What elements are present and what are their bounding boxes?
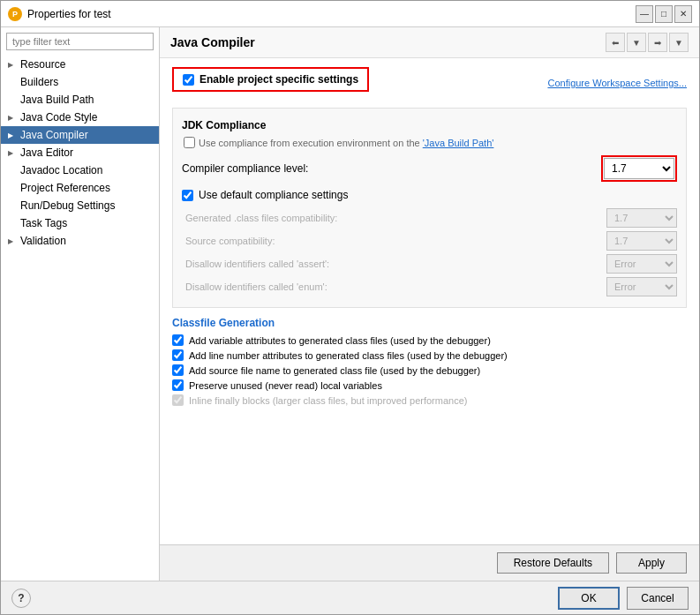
use-compliance-row: Use compliance from execution environmen… (182, 137, 677, 148)
sidebar: ▶ Resource Builders Java Build Path ▶ Ja… (1, 27, 160, 581)
generated-files-row: Generated .class files compatibility: 1.… (182, 208, 677, 228)
check4-label[interactable]: Preserve unused (never read) local varia… (189, 380, 382, 391)
sidebar-item-java-build-path[interactable]: Java Build Path (1, 91, 159, 109)
compliance-text-label: Use compliance from execution environmen… (199, 138, 423, 148)
source-compat-dropdown: 1.7 (606, 231, 677, 251)
configure-workspace-link[interactable]: Configure Workspace Settings... (547, 78, 687, 88)
compiler-compliance-row: Compiler compliance level: 1.7 1.6 1.5 (182, 155, 677, 182)
disallow-enum-dropdown: Error (606, 277, 677, 296)
java-build-path-link[interactable]: 'Java Build Path' (423, 138, 494, 148)
sidebar-item-label: Run/Debug Settings (20, 199, 115, 212)
use-default-label[interactable]: Use default compliance settings (199, 189, 348, 201)
use-default-row: Use default compliance settings (182, 189, 677, 201)
source-compat-row: Source compatibility: 1.7 (182, 231, 677, 251)
sidebar-item-label: Task Tags (20, 217, 67, 229)
sidebar-item-run-debug[interactable]: Run/Debug Settings (1, 197, 159, 214)
sidebar-item-resource[interactable]: ▶ Resource (1, 56, 159, 73)
dropdown-nav-button[interactable]: ▼ (627, 33, 646, 52)
use-compliance-checkbox[interactable] (184, 137, 195, 148)
use-default-checkbox[interactable] (182, 190, 193, 201)
selected-arrow-icon: ▶ (8, 131, 17, 139)
sidebar-item-java-compiler[interactable]: ▶ Java Compiler (1, 126, 159, 144)
expand-arrow-icon: ▶ (8, 114, 17, 122)
sidebar-item-validation[interactable]: ▶ Validation (1, 232, 159, 250)
classfile-section: Classfile Generation Add variable attrib… (172, 317, 687, 406)
disallow-enum-row: Disallow identifiers called 'enum': Erro… (182, 277, 677, 296)
check2-checkbox[interactable] (172, 349, 184, 361)
sidebar-item-javadoc-location[interactable]: Javadoc Location (1, 161, 159, 179)
back-button[interactable]: ⬅ (606, 33, 625, 52)
enable-settings-row: Enable project specific settings Configu… (172, 67, 687, 99)
sidebar-item-java-code-style[interactable]: ▶ Java Code Style (1, 109, 159, 126)
expand-arrow-icon: ▶ (8, 61, 17, 69)
compiler-compliance-dropdown-wrap: 1.7 1.6 1.5 (601, 155, 677, 182)
sidebar-item-label: Javadoc Location (20, 164, 102, 176)
compiler-compliance-label: Compiler compliance level: (182, 162, 308, 175)
check5-checkbox (172, 394, 184, 406)
window-icon: P (8, 7, 22, 21)
check-row-2: Add line number attributes to generated … (172, 349, 687, 361)
expand-arrow-icon: ▶ (8, 237, 17, 245)
source-compat-label: Source compatibility: (185, 236, 275, 246)
check-row-5: Inline finally blocks (larger class file… (172, 394, 687, 406)
disallow-enum-label: Disallow identifiers called 'enum': (185, 281, 327, 292)
apply-button[interactable]: Apply (616, 552, 687, 574)
dropdown-nav2-button[interactable]: ▼ (669, 33, 689, 52)
generated-files-label: Generated .class files compatibility: (185, 213, 337, 223)
sidebar-item-label: Java Compiler (20, 129, 88, 141)
sidebar-item-label: Resource (20, 58, 65, 71)
properties-window: P Properties for test — □ ✕ ▶ Resource B… (0, 0, 700, 615)
main-content: ▶ Resource Builders Java Build Path ▶ Ja… (1, 27, 699, 581)
enable-settings-checkbox[interactable] (183, 74, 194, 86)
sidebar-item-builders[interactable]: Builders (1, 73, 159, 91)
check5-label: Inline finally blocks (larger class file… (189, 395, 467, 406)
forward-button[interactable]: ➡ (648, 33, 667, 52)
filter-input[interactable] (6, 33, 154, 50)
sidebar-item-java-editor[interactable]: ▶ Java Editor (1, 144, 159, 161)
disallow-assert-row: Disallow identifiers called 'assert': Er… (182, 254, 677, 274)
ok-cancel-buttons: OK Cancel (558, 587, 689, 610)
check2-label[interactable]: Add line number attributes to generated … (189, 350, 508, 361)
check-row-4: Preserve unused (never read) local varia… (172, 379, 687, 391)
ok-button[interactable]: OK (558, 587, 620, 610)
maximize-button[interactable]: □ (655, 5, 673, 23)
check3-checkbox[interactable] (172, 364, 184, 376)
sidebar-item-label: Validation (20, 235, 66, 247)
disallow-assert-label: Disallow identifiers called 'assert': (185, 259, 329, 269)
disallow-assert-dropdown: Error (606, 254, 677, 274)
cancel-button[interactable]: Cancel (627, 587, 689, 610)
footer-bar: ? OK Cancel (1, 581, 699, 614)
close-button[interactable]: ✕ (674, 5, 692, 23)
check1-checkbox[interactable] (172, 334, 184, 346)
enable-settings-box: Enable project specific settings (172, 67, 369, 92)
restore-defaults-button[interactable]: Restore Defaults (497, 552, 609, 574)
panel-title: Java Compiler (170, 35, 255, 49)
sidebar-item-label: Java Build Path (20, 94, 94, 106)
window-controls: — □ ✕ (636, 5, 692, 23)
check4-checkbox[interactable] (172, 379, 184, 391)
bottom-buttons: Restore Defaults Apply (160, 544, 699, 581)
title-bar: P Properties for test — □ ✕ (1, 1, 699, 27)
enable-settings-label[interactable]: Enable project specific settings (199, 73, 358, 86)
sidebar-item-label: Java Code Style (20, 111, 97, 124)
check-row-1: Add variable attributes to generated cla… (172, 334, 687, 346)
jdk-section: JDK Compliance Use compliance from execu… (172, 108, 687, 308)
sidebar-item-label: Project References (20, 182, 110, 194)
classfile-section-title: Classfile Generation (172, 317, 687, 329)
generated-files-dropdown: 1.7 (606, 208, 677, 228)
compiler-compliance-dropdown[interactable]: 1.7 1.6 1.5 (604, 158, 674, 179)
check3-label[interactable]: Add source file name to generated class … (189, 365, 480, 376)
panel-content: Enable project specific settings Configu… (160, 58, 699, 544)
expand-arrow-icon: ▶ (8, 149, 17, 157)
help-button[interactable]: ? (11, 589, 31, 608)
navigation-arrows: ⬅ ▼ ➡ ▼ (606, 33, 689, 52)
sidebar-item-task-tags[interactable]: Task Tags (1, 214, 159, 232)
sidebar-item-label: Builders (20, 76, 58, 88)
sidebar-item-label: Java Editor (20, 146, 73, 159)
minimize-button[interactable]: — (636, 5, 653, 23)
check1-label[interactable]: Add variable attributes to generated cla… (189, 335, 491, 346)
jdk-section-title: JDK Compliance (182, 119, 677, 131)
sidebar-item-project-references[interactable]: Project References (1, 179, 159, 197)
check-row-3: Add source file name to generated class … (172, 364, 687, 376)
window-title: Properties for test (27, 8, 636, 20)
